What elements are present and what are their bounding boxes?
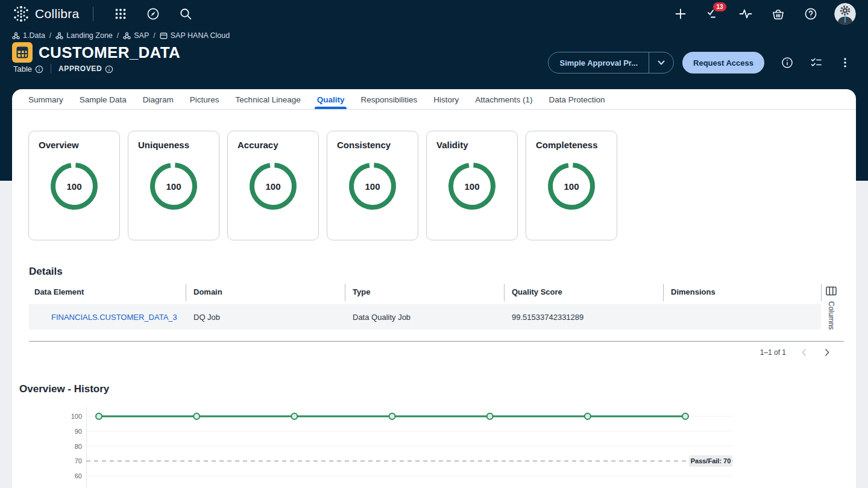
quality-card-consistency[interactable]: Consistency 100 xyxy=(327,131,418,240)
info-icon[interactable] xyxy=(781,57,793,69)
breadcrumb-item-sap[interactable]: SAP xyxy=(123,31,149,40)
column-divider xyxy=(504,284,505,301)
tab-summary[interactable]: Summary xyxy=(28,89,63,109)
workflow-split-button: Simple Approval Pr... xyxy=(548,52,674,74)
columns-settings-icon[interactable] xyxy=(826,286,837,298)
column-header-data-element[interactable]: Data Element xyxy=(34,287,84,296)
help-icon[interactable] xyxy=(804,7,818,21)
column-divider xyxy=(186,284,186,301)
breadcrumb-separator: / xyxy=(49,31,51,40)
quality-card-validity[interactable]: Validity 100 xyxy=(426,131,518,240)
tab-responsibilities[interactable]: Responsibilities xyxy=(360,89,417,109)
score-value: 100 xyxy=(545,160,598,213)
score-value: 100 xyxy=(147,160,200,213)
column-header-dimensions[interactable]: Dimensions xyxy=(671,287,715,296)
svg-text:100: 100 xyxy=(71,413,82,420)
card-title: Uniqueness xyxy=(138,140,209,150)
type-cell: Data Quality Job xyxy=(353,313,410,322)
table-bottom-border xyxy=(29,341,844,342)
marketplace-basket-icon[interactable] xyxy=(771,7,785,21)
nav-divider xyxy=(93,7,93,21)
create-plus-icon[interactable] xyxy=(673,7,688,21)
card-title: Validity xyxy=(436,140,508,150)
domain-cell: DQ Job xyxy=(193,313,220,322)
asset-title-row: CUSTOMER_DATA xyxy=(12,42,180,63)
svg-text:60: 60 xyxy=(75,472,82,480)
request-access-button[interactable]: Request Access xyxy=(682,52,764,74)
checklist-icon[interactable] xyxy=(810,57,822,69)
card-title: Consistency xyxy=(337,140,408,150)
quality-score-cell: 99.51533742331289 xyxy=(512,313,583,322)
tab-diagram[interactable]: Diagram xyxy=(143,89,174,109)
quality-card-overview[interactable]: Overview 100 xyxy=(28,131,120,240)
tab-bar: Summary Sample Data Diagram Pictures Tec… xyxy=(12,89,856,110)
history-chart-title: Overview - History xyxy=(19,383,109,395)
tab-history[interactable]: History xyxy=(433,89,459,109)
asset-type-label: Table xyxy=(13,64,32,74)
activity-pulse-icon[interactable] xyxy=(738,7,753,21)
system-icon xyxy=(160,32,168,40)
tab-sample-data[interactable]: Sample Data xyxy=(80,89,127,109)
chevron-down-icon xyxy=(656,58,666,67)
details-heading: Details xyxy=(29,266,63,278)
tab-attachments[interactable]: Attachments (1) xyxy=(475,89,532,109)
quality-card-completeness[interactable]: Completeness 100 xyxy=(526,131,617,240)
svg-text:70: 70 xyxy=(75,457,82,465)
breadcrumb-item-1data[interactable]: 1.Data xyxy=(12,31,45,40)
column-header-type[interactable]: Type xyxy=(353,287,370,296)
score-value: 100 xyxy=(247,160,300,213)
top-navigation: Collibra 13 xyxy=(0,0,868,28)
brand-name[interactable]: Collibra xyxy=(35,7,80,21)
workflow-button[interactable]: Simple Approval Pr... xyxy=(549,52,649,73)
info-icon[interactable] xyxy=(105,65,113,74)
apps-grid-icon[interactable] xyxy=(113,7,128,21)
column-divider xyxy=(821,284,822,301)
card-title: Accuracy xyxy=(237,140,309,150)
kebab-menu-icon[interactable] xyxy=(839,57,851,69)
card-title: Overview xyxy=(39,140,110,150)
quality-card-uniqueness[interactable]: Uniqueness 100 xyxy=(128,131,219,240)
asset-header-controls: Simple Approval Pr... Request Access xyxy=(548,52,851,74)
column-divider xyxy=(663,284,664,301)
table-asset-icon xyxy=(12,42,33,63)
breadcrumb-item-sap-hana-cloud[interactable]: SAP HANA Cloud xyxy=(160,31,230,40)
page-title: CUSTOMER_DATA xyxy=(39,43,180,62)
collibra-logo-icon[interactable] xyxy=(12,5,30,23)
quality-cards-row: Overview 100 Uniqueness 100 Accuracy xyxy=(12,110,856,240)
quality-card-accuracy[interactable]: Accuracy 100 xyxy=(227,131,319,240)
tab-data-protection[interactable]: Data Protection xyxy=(549,89,605,109)
community-icon xyxy=(12,32,20,40)
column-divider xyxy=(345,284,345,301)
asset-meta-row: Table APPROVED xyxy=(13,64,113,74)
breadcrumb-separator: / xyxy=(117,31,119,40)
score-value: 100 xyxy=(445,160,498,213)
breadcrumb-item-landing-zone[interactable]: Landing Zone xyxy=(55,31,112,40)
tasks-icon[interactable]: 13 xyxy=(706,7,720,21)
browse-compass-icon[interactable] xyxy=(146,7,160,21)
tab-quality[interactable]: Quality xyxy=(317,89,345,109)
columns-settings-label[interactable]: Columns xyxy=(827,301,835,330)
history-line-chart: 10090807060Pass/Fail: 70 xyxy=(62,404,737,488)
chevron-right-icon[interactable] xyxy=(822,348,832,357)
score-value: 100 xyxy=(48,160,101,213)
pagination-range: 1–1 of 1 xyxy=(760,348,786,357)
meta-divider xyxy=(51,64,51,74)
breadcrumb: 1.Data / Landing Zone / SAP / SAP HANA C… xyxy=(12,31,230,40)
svg-text:90: 90 xyxy=(75,428,82,435)
content-panel: Summary Sample Data Diagram Pictures Tec… xyxy=(12,89,856,488)
search-icon[interactable] xyxy=(178,7,193,21)
chevron-left-icon[interactable] xyxy=(799,348,809,357)
status-badge: APPROVED xyxy=(58,64,102,73)
data-element-link[interactable]: FINANCIALS.CUSTOMER_DATA_3 xyxy=(51,313,177,322)
tab-technical-lineage[interactable]: Technical Lineage xyxy=(236,89,301,109)
column-header-quality-score[interactable]: Quality Score xyxy=(512,287,562,296)
svg-text:Pass/Fail: 70: Pass/Fail: 70 xyxy=(691,457,731,465)
score-value: 100 xyxy=(346,160,399,213)
column-header-domain[interactable]: Domain xyxy=(193,287,222,296)
user-avatar[interactable] xyxy=(834,3,856,25)
info-icon[interactable] xyxy=(35,65,43,74)
card-title: Completeness xyxy=(536,140,607,150)
breadcrumb-separator: / xyxy=(153,31,155,40)
tab-pictures[interactable]: Pictures xyxy=(190,89,219,109)
workflow-dropdown-toggle[interactable] xyxy=(649,52,673,73)
